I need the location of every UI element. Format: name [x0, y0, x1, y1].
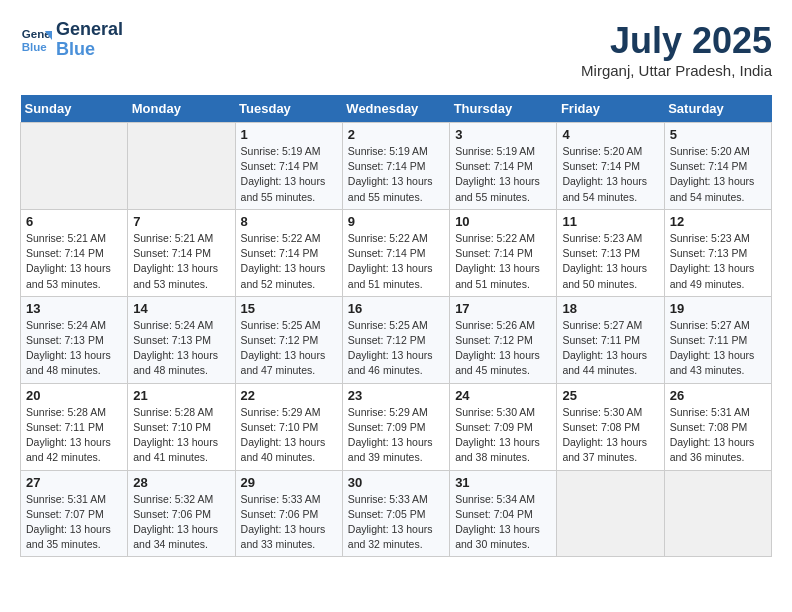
calendar-cell: 25Sunrise: 5:30 AM Sunset: 7:08 PM Dayli…	[557, 383, 664, 470]
calendar-cell: 19Sunrise: 5:27 AM Sunset: 7:11 PM Dayli…	[664, 296, 771, 383]
calendar-cell	[664, 470, 771, 557]
day-detail: Sunrise: 5:19 AM Sunset: 7:14 PM Dayligh…	[241, 144, 337, 205]
day-number: 9	[348, 214, 444, 229]
day-number: 11	[562, 214, 658, 229]
day-detail: Sunrise: 5:19 AM Sunset: 7:14 PM Dayligh…	[348, 144, 444, 205]
day-number: 26	[670, 388, 766, 403]
logo: General Blue General Blue	[20, 20, 123, 60]
day-number: 6	[26, 214, 122, 229]
calendar-cell: 5Sunrise: 5:20 AM Sunset: 7:14 PM Daylig…	[664, 123, 771, 210]
day-number: 14	[133, 301, 229, 316]
day-detail: Sunrise: 5:32 AM Sunset: 7:06 PM Dayligh…	[133, 492, 229, 553]
day-detail: Sunrise: 5:28 AM Sunset: 7:10 PM Dayligh…	[133, 405, 229, 466]
day-detail: Sunrise: 5:20 AM Sunset: 7:14 PM Dayligh…	[562, 144, 658, 205]
calendar-cell: 16Sunrise: 5:25 AM Sunset: 7:12 PM Dayli…	[342, 296, 449, 383]
calendar-week-5: 27Sunrise: 5:31 AM Sunset: 7:07 PM Dayli…	[21, 470, 772, 557]
calendar-table: SundayMondayTuesdayWednesdayThursdayFrid…	[20, 95, 772, 557]
calendar-cell: 1Sunrise: 5:19 AM Sunset: 7:14 PM Daylig…	[235, 123, 342, 210]
calendar-cell: 12Sunrise: 5:23 AM Sunset: 7:13 PM Dayli…	[664, 209, 771, 296]
day-number: 19	[670, 301, 766, 316]
day-detail: Sunrise: 5:25 AM Sunset: 7:12 PM Dayligh…	[241, 318, 337, 379]
day-number: 2	[348, 127, 444, 142]
day-detail: Sunrise: 5:24 AM Sunset: 7:13 PM Dayligh…	[133, 318, 229, 379]
day-number: 12	[670, 214, 766, 229]
calendar-cell: 31Sunrise: 5:34 AM Sunset: 7:04 PM Dayli…	[450, 470, 557, 557]
logo-text-blue: Blue	[56, 40, 123, 60]
day-detail: Sunrise: 5:33 AM Sunset: 7:05 PM Dayligh…	[348, 492, 444, 553]
calendar-cell: 11Sunrise: 5:23 AM Sunset: 7:13 PM Dayli…	[557, 209, 664, 296]
day-number: 5	[670, 127, 766, 142]
calendar-cell: 18Sunrise: 5:27 AM Sunset: 7:11 PM Dayli…	[557, 296, 664, 383]
calendar-cell: 28Sunrise: 5:32 AM Sunset: 7:06 PM Dayli…	[128, 470, 235, 557]
day-detail: Sunrise: 5:22 AM Sunset: 7:14 PM Dayligh…	[455, 231, 551, 292]
day-number: 3	[455, 127, 551, 142]
calendar-cell	[21, 123, 128, 210]
calendar-cell: 7Sunrise: 5:21 AM Sunset: 7:14 PM Daylig…	[128, 209, 235, 296]
day-detail: Sunrise: 5:30 AM Sunset: 7:08 PM Dayligh…	[562, 405, 658, 466]
day-detail: Sunrise: 5:24 AM Sunset: 7:13 PM Dayligh…	[26, 318, 122, 379]
title-block: July 2025 Mirganj, Uttar Pradesh, India	[581, 20, 772, 79]
weekday-header-tuesday: Tuesday	[235, 95, 342, 123]
day-detail: Sunrise: 5:23 AM Sunset: 7:13 PM Dayligh…	[562, 231, 658, 292]
day-detail: Sunrise: 5:26 AM Sunset: 7:12 PM Dayligh…	[455, 318, 551, 379]
weekday-header-row: SundayMondayTuesdayWednesdayThursdayFrid…	[21, 95, 772, 123]
calendar-cell: 29Sunrise: 5:33 AM Sunset: 7:06 PM Dayli…	[235, 470, 342, 557]
weekday-header-wednesday: Wednesday	[342, 95, 449, 123]
day-number: 18	[562, 301, 658, 316]
day-number: 13	[26, 301, 122, 316]
calendar-cell: 17Sunrise: 5:26 AM Sunset: 7:12 PM Dayli…	[450, 296, 557, 383]
day-number: 22	[241, 388, 337, 403]
weekday-header-saturday: Saturday	[664, 95, 771, 123]
calendar-cell: 24Sunrise: 5:30 AM Sunset: 7:09 PM Dayli…	[450, 383, 557, 470]
day-number: 8	[241, 214, 337, 229]
day-detail: Sunrise: 5:23 AM Sunset: 7:13 PM Dayligh…	[670, 231, 766, 292]
day-number: 25	[562, 388, 658, 403]
day-detail: Sunrise: 5:27 AM Sunset: 7:11 PM Dayligh…	[670, 318, 766, 379]
day-detail: Sunrise: 5:21 AM Sunset: 7:14 PM Dayligh…	[26, 231, 122, 292]
day-detail: Sunrise: 5:30 AM Sunset: 7:09 PM Dayligh…	[455, 405, 551, 466]
day-detail: Sunrise: 5:29 AM Sunset: 7:10 PM Dayligh…	[241, 405, 337, 466]
day-number: 15	[241, 301, 337, 316]
day-number: 31	[455, 475, 551, 490]
day-number: 30	[348, 475, 444, 490]
logo-text-general: General	[56, 20, 123, 40]
calendar-cell: 30Sunrise: 5:33 AM Sunset: 7:05 PM Dayli…	[342, 470, 449, 557]
calendar-cell: 14Sunrise: 5:24 AM Sunset: 7:13 PM Dayli…	[128, 296, 235, 383]
calendar-cell: 27Sunrise: 5:31 AM Sunset: 7:07 PM Dayli…	[21, 470, 128, 557]
day-detail: Sunrise: 5:22 AM Sunset: 7:14 PM Dayligh…	[241, 231, 337, 292]
day-number: 17	[455, 301, 551, 316]
calendar-week-1: 1Sunrise: 5:19 AM Sunset: 7:14 PM Daylig…	[21, 123, 772, 210]
day-detail: Sunrise: 5:31 AM Sunset: 7:07 PM Dayligh…	[26, 492, 122, 553]
weekday-header-sunday: Sunday	[21, 95, 128, 123]
day-number: 20	[26, 388, 122, 403]
day-detail: Sunrise: 5:34 AM Sunset: 7:04 PM Dayligh…	[455, 492, 551, 553]
calendar-cell: 20Sunrise: 5:28 AM Sunset: 7:11 PM Dayli…	[21, 383, 128, 470]
calendar-cell: 10Sunrise: 5:22 AM Sunset: 7:14 PM Dayli…	[450, 209, 557, 296]
weekday-header-thursday: Thursday	[450, 95, 557, 123]
day-detail: Sunrise: 5:27 AM Sunset: 7:11 PM Dayligh…	[562, 318, 658, 379]
page-header: General Blue General Blue July 2025 Mirg…	[20, 20, 772, 79]
day-detail: Sunrise: 5:33 AM Sunset: 7:06 PM Dayligh…	[241, 492, 337, 553]
day-number: 7	[133, 214, 229, 229]
day-number: 24	[455, 388, 551, 403]
svg-text:Blue: Blue	[22, 40, 48, 52]
calendar-cell: 26Sunrise: 5:31 AM Sunset: 7:08 PM Dayli…	[664, 383, 771, 470]
calendar-cell: 3Sunrise: 5:19 AM Sunset: 7:14 PM Daylig…	[450, 123, 557, 210]
calendar-week-4: 20Sunrise: 5:28 AM Sunset: 7:11 PM Dayli…	[21, 383, 772, 470]
calendar-cell: 6Sunrise: 5:21 AM Sunset: 7:14 PM Daylig…	[21, 209, 128, 296]
calendar-week-2: 6Sunrise: 5:21 AM Sunset: 7:14 PM Daylig…	[21, 209, 772, 296]
day-detail: Sunrise: 5:25 AM Sunset: 7:12 PM Dayligh…	[348, 318, 444, 379]
calendar-cell: 9Sunrise: 5:22 AM Sunset: 7:14 PM Daylig…	[342, 209, 449, 296]
day-number: 27	[26, 475, 122, 490]
day-number: 29	[241, 475, 337, 490]
calendar-cell: 15Sunrise: 5:25 AM Sunset: 7:12 PM Dayli…	[235, 296, 342, 383]
calendar-cell	[557, 470, 664, 557]
weekday-header-monday: Monday	[128, 95, 235, 123]
day-detail: Sunrise: 5:29 AM Sunset: 7:09 PM Dayligh…	[348, 405, 444, 466]
day-number: 10	[455, 214, 551, 229]
day-detail: Sunrise: 5:31 AM Sunset: 7:08 PM Dayligh…	[670, 405, 766, 466]
calendar-cell: 13Sunrise: 5:24 AM Sunset: 7:13 PM Dayli…	[21, 296, 128, 383]
calendar-cell: 22Sunrise: 5:29 AM Sunset: 7:10 PM Dayli…	[235, 383, 342, 470]
day-number: 28	[133, 475, 229, 490]
logo-icon: General Blue	[20, 24, 52, 56]
